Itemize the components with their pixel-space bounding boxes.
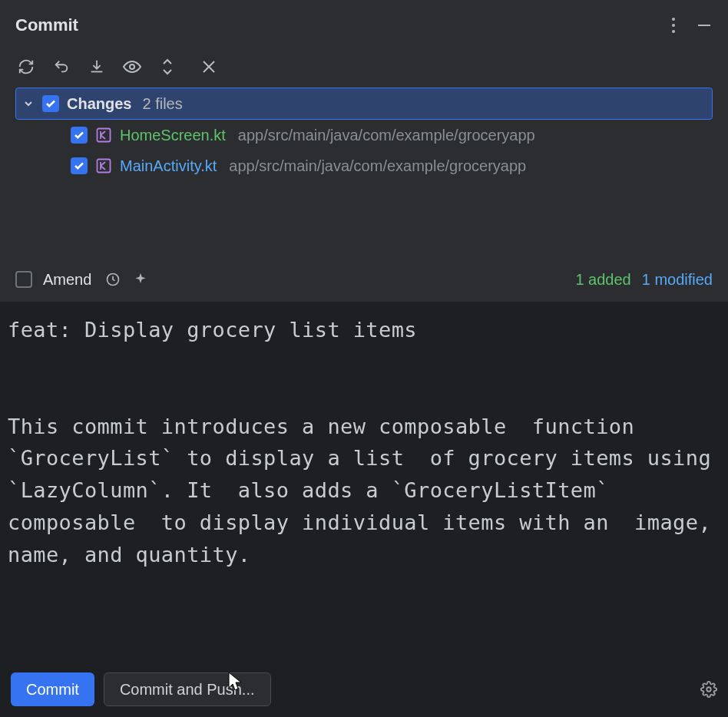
ai-suggest-icon[interactable] [133,272,148,287]
expand-collapse-icon[interactable] [157,56,178,78]
commit-button[interactable]: Commit [11,672,94,706]
more-menu-icon[interactable] [671,17,676,34]
commit-footer: Commit Commit and Push... [0,668,728,717]
settings-gear-icon[interactable] [700,681,717,698]
commit-toolbar [0,51,728,88]
file-name: HomeScreen.kt [120,127,226,144]
commit-message-input[interactable] [0,302,728,668]
file-path: app/src/main/java/com/example/groceryapp [229,157,526,175]
changes-group-label: Changes [67,95,131,113]
svg-point-2 [672,30,675,33]
chevron-down-icon[interactable] [22,97,35,110]
minimize-icon[interactable] [696,17,713,34]
file-path: app/src/main/java/com/example/groceryapp [238,127,535,144]
changes-group-checkbox[interactable] [42,95,59,112]
svg-point-0 [672,18,675,21]
amend-row: Amend 1 added 1 modified [0,261,728,298]
commit-and-push-button[interactable]: Commit and Push... [104,672,271,706]
svg-point-1 [672,24,675,27]
file-name: MainActivity.kt [120,157,217,175]
kotlin-file-icon [95,157,112,174]
changes-tree: Changes 2 files HomeScreen.kt app/src/ma… [0,88,728,181]
change-file-row[interactable]: HomeScreen.kt app/src/main/java/com/exam… [15,120,713,150]
changes-group-header[interactable]: Changes 2 files [15,88,713,120]
history-icon[interactable] [105,272,121,287]
amend-label: Amend [43,271,91,289]
revert-icon[interactable] [51,56,72,78]
refresh-icon[interactable] [15,56,37,78]
svg-point-4 [130,64,134,69]
svg-rect-8 [98,160,111,173]
kotlin-file-icon [95,127,112,144]
change-file-row[interactable]: MainActivity.kt app/src/main/java/com/ex… [15,150,713,181]
file-checkbox[interactable] [71,127,88,144]
titlebar: Commit [0,0,728,51]
group-by-icon[interactable] [198,56,220,78]
modified-count: 1 modified [642,271,713,289]
panel-title: Commit [15,15,671,35]
added-count: 1 added [575,271,630,289]
file-checkbox[interactable] [71,157,88,174]
svg-rect-7 [98,129,111,142]
preview-diff-icon[interactable] [121,56,143,78]
shelve-icon[interactable] [86,56,108,78]
amend-checkbox[interactable] [15,271,32,288]
changes-group-count: 2 files [142,95,182,113]
svg-point-10 [706,687,711,692]
